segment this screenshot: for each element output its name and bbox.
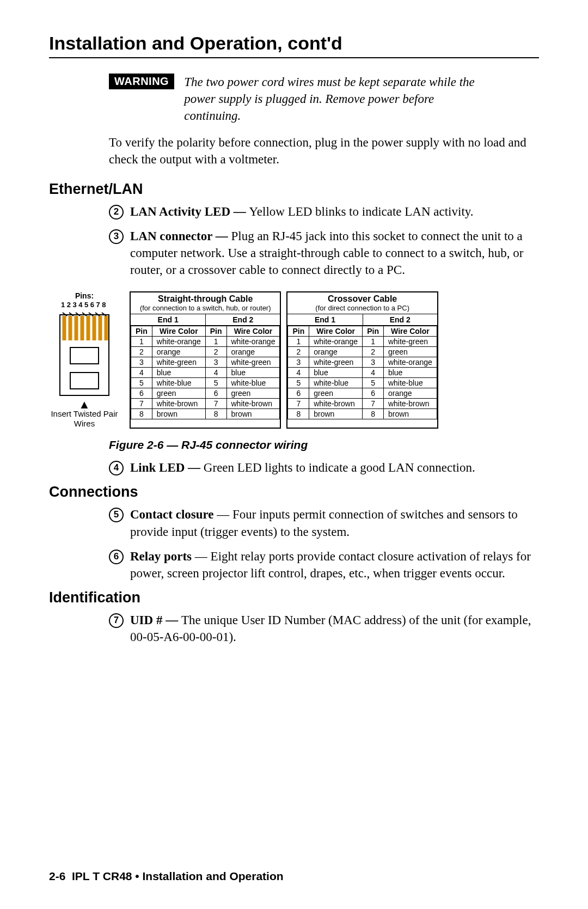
item-label: UID # — [130, 613, 181, 627]
table-row: 2orange2orange [131, 347, 280, 357]
table-row: 1white-orange1white-orange [131, 337, 280, 347]
table-row: 5white-blue5white-blue [131, 378, 280, 388]
rj45-icon [57, 310, 112, 398]
table-row: 1white-orange1white-green [288, 337, 437, 347]
svg-rect-9 [70, 347, 99, 364]
title-rule [49, 57, 539, 58]
crossover-table: Crossover Cable (for direct connection t… [286, 291, 438, 429]
item-text: The unique User ID Number (MAC address) … [130, 613, 531, 644]
item-3: 3 LAN connector — Plug an RJ-45 jack int… [109, 228, 539, 278]
table-subtitle: (for direct connection to a PC) [287, 304, 437, 314]
page-title: Installation and Operation, cont'd [49, 33, 539, 54]
figure-caption: Figure 2-6 — RJ-45 connector wiring [109, 438, 539, 452]
footer-title: IPL T CR48 • Installation and Operation [72, 870, 284, 882]
table-row: 7white-brown7white-brown [288, 399, 437, 409]
arrow-up-icon: ▲ [49, 400, 120, 410]
table-row: 7white-brown7white-brown [131, 399, 280, 409]
verify-paragraph: To verify the polarity before connection… [109, 134, 539, 168]
warning-block: WARNING The two power cord wires must be… [109, 74, 539, 124]
end2-header: End 2 [205, 314, 280, 326]
item-number-icon: 4 [109, 461, 124, 475]
end1-header: End 1 [131, 314, 205, 326]
table-row: 6green6green [131, 388, 280, 399]
table-row: 8brown8brown [131, 409, 280, 419]
pins-label: Pins: [49, 291, 120, 301]
item-7: 7 UID # — The unique User ID Number (MAC… [109, 612, 539, 645]
table-row: 6green6orange [288, 388, 437, 399]
pins-numbers: 12345678 [49, 301, 120, 309]
item-4: 4 Link LED — Green LED lights to indicat… [109, 459, 539, 476]
wire-table: PinWire ColorPinWire Color1white-orange1… [131, 326, 280, 419]
table-row: 3white-green3white-orange [288, 357, 437, 368]
page-footer: 2-6 IPL T CR48 • Installation and Operat… [49, 870, 284, 883]
figure-rj45: Pins: 12345678 ▲ [49, 291, 539, 429]
table-subtitle: (for connection to a switch, hub, or rou… [131, 304, 280, 314]
item-2: 2 LAN Activity LED — Yellow LED blinks t… [109, 203, 539, 220]
section-connections: Connections [49, 484, 539, 501]
table-row: 4blue4blue [288, 368, 437, 378]
item-text: Green LED lights to indicate a good LAN … [204, 461, 475, 474]
item-text: Yellow LED blinks to indicate LAN activi… [249, 205, 474, 218]
warning-badge: WARNING [109, 74, 174, 89]
wire-table: PinWire ColorPinWire Color1white-orange1… [287, 326, 437, 419]
end1-header: End 1 [287, 314, 362, 326]
item-number-icon: 3 [109, 229, 124, 244]
section-ethernet: Ethernet/LAN [49, 181, 539, 198]
rj45-caption: Insert Twisted Pair Wires [49, 409, 120, 429]
rj45-connector-diagram: Pins: 12345678 ▲ [49, 291, 120, 429]
item-number-icon: 2 [109, 205, 124, 219]
table-row: 3white-green3white-green [131, 357, 280, 368]
item-number-icon: 5 [109, 508, 124, 522]
straight-through-table: Straight-through Cable (for connection t… [130, 291, 281, 429]
item-label: Link LED — [130, 461, 204, 474]
item-label: Contact closure [130, 508, 214, 521]
item-label: LAN Activity LED — [130, 205, 249, 218]
item-label: LAN connector — [130, 229, 231, 243]
item-label: Relay ports [130, 550, 192, 563]
section-identification: Identification [49, 589, 539, 606]
table-title: Straight-through Cable [131, 292, 280, 304]
item-5: 5 Contact closure — Four inputs permit c… [109, 506, 539, 540]
end2-header: End 2 [363, 314, 437, 326]
item-number-icon: 6 [109, 550, 124, 564]
table-row: 8brown8brown [288, 409, 437, 419]
warning-text: The two power cord wires must be kept se… [184, 74, 489, 124]
item-6: 6 Relay ports — Eight relay ports provid… [109, 548, 539, 582]
svg-rect-10 [70, 373, 99, 389]
page-number: 2-6 [49, 870, 65, 882]
table-row: 2orange2green [288, 347, 437, 357]
cable-tables: Straight-through Cable (for connection t… [130, 291, 438, 429]
table-title: Crossover Cable [287, 292, 437, 304]
item-number-icon: 7 [109, 613, 124, 628]
table-row: 5white-blue5white-blue [288, 378, 437, 388]
table-row: 4blue4blue [131, 368, 280, 378]
